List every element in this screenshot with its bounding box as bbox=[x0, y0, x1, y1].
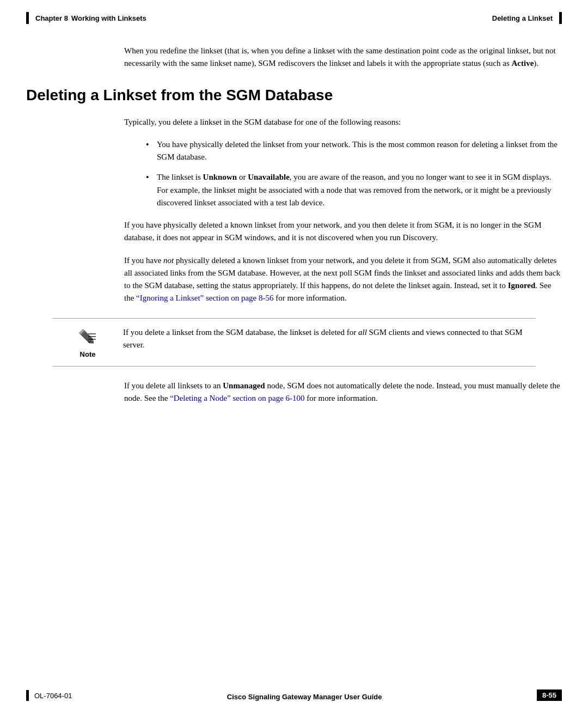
note-label: Note bbox=[80, 350, 96, 358]
header-chapter-title: Working with Linksets bbox=[71, 14, 146, 22]
list-item-1-text: You have physically deleted the linkset … bbox=[157, 140, 558, 161]
footer-page-number: 8-55 bbox=[537, 689, 562, 701]
footer-right: 8-55 bbox=[537, 689, 562, 701]
para3-final: for more information. bbox=[274, 294, 347, 302]
header-section-title: Deleting a Linkset bbox=[492, 14, 553, 22]
para3-bold: Ignored bbox=[508, 281, 536, 290]
header-left: Chapter 8 Working with Linksets bbox=[26, 12, 146, 24]
note-text-before: If you delete a linkset from the SGM dat… bbox=[123, 328, 358, 337]
footer-ol-number: OL-7064-01 bbox=[34, 692, 72, 700]
para4-end: for more information. bbox=[305, 394, 378, 402]
intro-paragraph: When you redefine the linkset (that is, … bbox=[124, 45, 562, 70]
intro-bold-active: Active bbox=[512, 59, 534, 68]
para3-after: physically deleted a known linkset from … bbox=[124, 256, 560, 290]
deleting-node-link[interactable]: “Deleting a Node” section on page 6-100 bbox=[170, 394, 304, 402]
list-item-2-bold1: Unknown bbox=[203, 173, 237, 181]
header-right-bar bbox=[559, 12, 562, 24]
main-content: When you redefine the linkset (that is, … bbox=[0, 28, 588, 405]
footer-center-text: Cisco Signaling Gateway Manager User Gui… bbox=[72, 693, 537, 701]
intro-text: When you redefine the linkset (that is, … bbox=[124, 46, 556, 68]
list-item-2: The linkset is Unknown or Unavailable, y… bbox=[146, 171, 562, 209]
para4-before: If you delete all linksets to an bbox=[124, 381, 223, 390]
note-pencil-icon bbox=[77, 327, 98, 348]
para4-bold: Unmanaged bbox=[223, 381, 265, 390]
para3-italic: not bbox=[163, 256, 174, 265]
list-item-2-mid1: or bbox=[237, 173, 248, 181]
note-text-italic: all bbox=[358, 328, 367, 337]
para3-before: If you have bbox=[124, 256, 163, 265]
bullet-list: You have physically deleted the linkset … bbox=[146, 138, 562, 209]
body-para-4: If you delete all linksets to an Unmanag… bbox=[124, 380, 562, 405]
header-right: Deleting a Linkset bbox=[492, 12, 562, 24]
header-left-bar bbox=[26, 12, 29, 24]
ignoring-linkset-link[interactable]: “Ignoring a Linkset” section on page 8-5… bbox=[136, 294, 273, 302]
page: Chapter 8 Working with Linksets Deleting… bbox=[0, 0, 588, 714]
header-chapter-label: Chapter 8 bbox=[35, 14, 68, 22]
body-para-1: Typically, you delete a linkset in the S… bbox=[124, 116, 562, 129]
note-icon-area: Note bbox=[52, 326, 123, 358]
list-item-1: You have physically deleted the linkset … bbox=[146, 138, 562, 164]
footer-left-bar bbox=[26, 690, 29, 701]
section-heading: Deleting a Linkset from the SGM Database bbox=[26, 87, 562, 104]
intro-end: ). bbox=[534, 59, 538, 68]
page-header: Chapter 8 Working with Linksets Deleting… bbox=[0, 0, 588, 28]
list-item-2-bold2: Unavailable bbox=[248, 173, 290, 181]
note-box: Note If you delete a linkset from the SG… bbox=[52, 318, 536, 367]
body-para-3: If you have not physically deleted a kno… bbox=[124, 254, 562, 305]
body-para-2: If you have physically deleted a known l… bbox=[124, 219, 562, 245]
list-item-2-before: The linkset is bbox=[157, 173, 203, 181]
note-body: If you delete a linkset from the SGM dat… bbox=[123, 326, 536, 352]
footer-left: OL-7064-01 bbox=[26, 690, 72, 701]
page-footer: OL-7064-01 Cisco Signaling Gateway Manag… bbox=[0, 689, 588, 701]
